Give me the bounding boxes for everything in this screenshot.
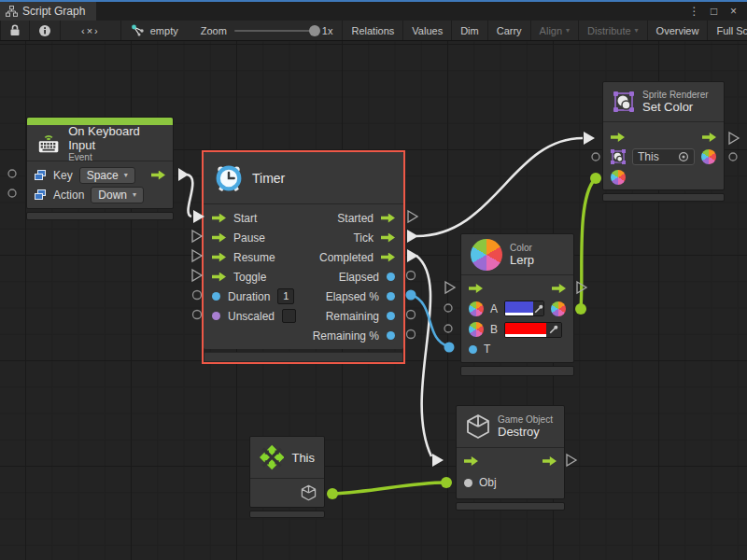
eyedropper-button[interactable] [546, 323, 561, 337]
outer-port-triangle[interactable] [445, 282, 455, 293]
graph-breadcrumb[interactable]: empty [121, 21, 191, 40]
port-duration[interactable]: Duration1 [204, 287, 303, 306]
flow-input-port[interactable] [611, 133, 625, 142]
outer-port-circle[interactable] [8, 170, 16, 177]
port-unscaled[interactable]: Unscaled [204, 306, 303, 326]
target-object-field[interactable]: This [632, 148, 695, 165]
node-color-lerp[interactable]: Color Lerp A [460, 233, 574, 376]
color-b-swatch[interactable] [505, 323, 546, 337]
port-elapsed[interactable]: Elapsed [303, 267, 403, 287]
result-output-port[interactable] [551, 301, 566, 316]
wire-completed-to-destroy[interactable] [416, 256, 431, 456]
port-completed[interactable]: Completed [303, 247, 403, 267]
toolbar-button-values[interactable]: Values [403, 21, 452, 40]
flow-ports-row [603, 128, 724, 147]
flow-output-port[interactable] [543, 456, 557, 466]
outer-port-triangle[interactable] [567, 455, 576, 466]
wire-keyboard-to-timer-start[interactable] [187, 175, 192, 217]
outer-port-triangle-filled[interactable] [407, 230, 418, 243]
action-dropdown[interactable]: Down ▾ [91, 187, 144, 203]
outer-port-circle[interactable] [8, 189, 16, 197]
color-b-field[interactable] [504, 322, 562, 338]
toolbar-button-distribute: Distribute▾ [579, 21, 647, 40]
port-tick[interactable]: Tick [303, 228, 403, 247]
toolbar-button-relations[interactable]: Relations [342, 21, 403, 40]
wire-end-dot-blue[interactable] [444, 343, 455, 353]
outer-port-circle[interactable] [444, 304, 452, 312]
info-button[interactable] [30, 21, 61, 40]
color-a-port[interactable] [469, 301, 484, 316]
tab-bar: Script Graph ⋮ □ × [0, 2, 747, 21]
node-on-keyboard-input[interactable]: On Keyboard Input Event Key Space ▾ [26, 117, 174, 220]
outer-port-circle[interactable] [193, 291, 202, 300]
color-a-swatch[interactable] [505, 301, 533, 315]
flow-input-port[interactable] [464, 456, 478, 466]
game-object-output-port[interactable] [301, 484, 317, 501]
obj-input-port[interactable] [464, 479, 472, 487]
wire-end-dot-green[interactable] [575, 303, 586, 315]
outer-port-triangle-filled[interactable] [178, 168, 189, 181]
port-started[interactable]: Started [303, 208, 403, 228]
color-a-field[interactable] [504, 301, 544, 316]
graph-canvas[interactable]: On Keyboard Input Event Key Space ▾ [0, 41, 747, 560]
node-this[interactable]: This [249, 436, 325, 518]
outer-port-triangle[interactable] [192, 270, 202, 281]
color-output-port[interactable] [701, 149, 716, 164]
wire-this-to-obj[interactable] [332, 483, 445, 494]
toolbar-button-carry[interactable]: Carry [488, 21, 531, 40]
duration-value-field[interactable]: 1 [277, 288, 294, 304]
flow-output-port[interactable] [702, 133, 716, 142]
outer-port-triangle[interactable] [577, 282, 586, 293]
flow-output-port[interactable] [552, 284, 566, 293]
port-elapsed-pct[interactable]: Elapsed % [303, 287, 403, 306]
unscaled-checkbox[interactable] [282, 309, 296, 323]
node-destroy[interactable]: Game Object Destroy Obj [456, 405, 565, 511]
wire-end-dot-green[interactable] [590, 173, 601, 184]
wire-tick-to-setcolor[interactable] [416, 138, 583, 236]
flow-input-port[interactable] [469, 284, 483, 293]
toolbar-button-dim[interactable]: Dim [452, 21, 488, 40]
outer-port-triangle[interactable] [408, 211, 417, 222]
outer-port-circle[interactable] [729, 153, 737, 161]
node-timer-selected[interactable]: Timer Start Started Pause Tick Resume Co… [202, 150, 405, 364]
port-resume[interactable]: Resume [204, 247, 303, 267]
eyedropper-button[interactable] [533, 301, 543, 315]
color-input-port[interactable] [611, 170, 626, 185]
outer-port-triangle-filled[interactable] [407, 249, 418, 262]
window-close-icon[interactable]: × [726, 5, 741, 18]
wire-end-dot-green[interactable] [327, 488, 338, 499]
t-input-port[interactable] [469, 345, 477, 354]
outer-port-circle[interactable] [444, 325, 452, 332]
outer-port-triangle[interactable] [192, 250, 202, 261]
trigger-output-port[interactable] [151, 171, 165, 180]
toolbar-button-overview[interactable]: Overview [648, 21, 709, 40]
object-picker-icon[interactable] [678, 151, 689, 162]
outer-port-circle[interactable] [407, 311, 416, 319]
lock-button[interactable] [0, 21, 30, 40]
port-start[interactable]: Start [204, 208, 303, 228]
node-set-color[interactable]: Sprite Renderer Set Color [602, 81, 725, 202]
outer-port-circle[interactable] [193, 311, 202, 319]
toolbar-button-fullscreen[interactable]: Full Screen [708, 21, 747, 40]
window-menu-icon[interactable]: ⋮ [686, 5, 702, 18]
key-dropdown[interactable]: Space ▾ [79, 167, 135, 184]
color-b-port[interactable] [469, 322, 484, 337]
wire-elapsedpct-to-t[interactable] [412, 295, 448, 346]
outer-port-circle[interactable] [407, 330, 416, 339]
zoom-slider[interactable] [234, 30, 315, 32]
port-remaining[interactable]: Remaining [303, 306, 403, 326]
outer-port-dot-blue[interactable] [406, 290, 416, 301]
wire-end-dot-green[interactable] [441, 477, 452, 488]
tab-script-graph[interactable]: Script Graph [0, 2, 96, 21]
port-toggle[interactable]: Toggle [204, 267, 303, 287]
code-preview-button[interactable]: ‹×› [61, 21, 121, 40]
port-pause[interactable]: Pause [204, 228, 303, 247]
wire-lerp-to-setcolor-color[interactable] [581, 179, 595, 308]
outer-port-circle[interactable] [407, 272, 416, 280]
window-maximize-icon[interactable]: □ [706, 5, 722, 18]
outer-port-triangle[interactable] [192, 231, 202, 242]
outer-port-triangle[interactable] [729, 133, 739, 144]
port-remaining-pct[interactable]: Remaining % [303, 326, 403, 345]
outer-port-circle[interactable] [592, 153, 599, 161]
zoom-slider-handle[interactable] [309, 25, 320, 36]
